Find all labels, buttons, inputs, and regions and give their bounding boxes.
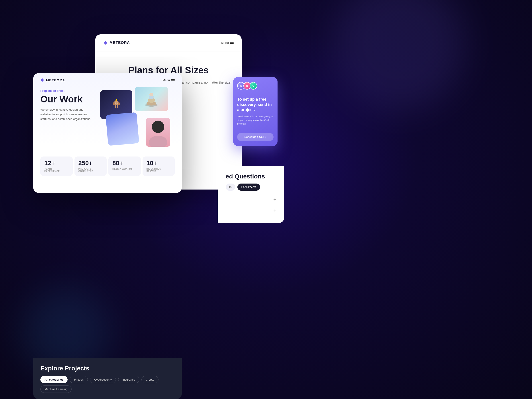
svg-marker-1 bbox=[41, 78, 44, 82]
back-menu-icon bbox=[230, 42, 234, 44]
menu-line-b bbox=[171, 81, 175, 81]
image-blue-card bbox=[106, 112, 139, 146]
faq-item-1: + bbox=[226, 194, 276, 205]
avatar-3: C bbox=[250, 82, 257, 89]
schedule-call-label: Schedule a Call bbox=[245, 135, 264, 139]
faq-tab-clients[interactable]: ts bbox=[226, 184, 235, 191]
discovery-card: A B C To set up a free discovery, send i… bbox=[233, 77, 278, 146]
svg-point-16 bbox=[152, 120, 164, 133]
our-work-title: Our Work bbox=[40, 94, 94, 104]
discovery-avatars: A B C bbox=[237, 82, 273, 89]
front-left: Projects on Track! Our Work We employ in… bbox=[40, 87, 94, 149]
stat-industries-label: Industries Served bbox=[146, 168, 171, 172]
arrow-icon: › bbox=[265, 135, 266, 139]
explore-section: Explore Projects All categories Fintech … bbox=[33, 358, 182, 399]
front-menu-label: Menu bbox=[163, 78, 170, 82]
svg-point-17 bbox=[149, 136, 167, 147]
tag-machine-learning[interactable]: Machine Learning bbox=[40, 386, 72, 393]
stat-experience: 12+ Years Experience bbox=[40, 157, 73, 176]
stat-industries: 10+ Industries Served bbox=[143, 157, 175, 176]
discovery-content: To set up a free discovery, send in a pr… bbox=[237, 97, 273, 126]
svg-rect-3 bbox=[113, 102, 115, 105]
blob-purple bbox=[332, 0, 466, 111]
front-logo-icon bbox=[40, 78, 44, 82]
svg-point-15 bbox=[149, 93, 153, 96]
image-stones bbox=[135, 87, 168, 111]
back-logo: METEORA bbox=[103, 41, 130, 45]
faq-title: ed Questions bbox=[226, 173, 276, 180]
tag-all[interactable]: All categories bbox=[40, 376, 68, 383]
faq-item-2-toggle[interactable]: + bbox=[273, 208, 276, 214]
svg-point-10 bbox=[116, 100, 117, 101]
front-card-header: METEORA Menu bbox=[33, 73, 182, 87]
svg-point-7 bbox=[115, 103, 116, 104]
stat-projects-label: Projects Completed bbox=[78, 168, 103, 172]
stones-svg bbox=[143, 91, 160, 107]
front-logo-text: METEORA bbox=[46, 78, 65, 82]
back-logo-text: METEORA bbox=[109, 41, 130, 45]
front-card-body: Projects on Track! Our Work We employ in… bbox=[33, 87, 182, 153]
category-tags: All categories Fintech Cybersecurity Ins… bbox=[40, 376, 175, 393]
svg-marker-0 bbox=[104, 41, 108, 45]
stat-industries-number: 10+ bbox=[146, 160, 171, 166]
front-images bbox=[98, 87, 175, 149]
svg-point-8 bbox=[117, 103, 118, 104]
discovery-subtitle: Join forces with us on ongoing, a single… bbox=[237, 115, 273, 126]
front-logo: METEORA bbox=[40, 78, 65, 82]
stat-projects-number: 250+ bbox=[78, 160, 103, 166]
schedule-call-button[interactable]: Schedule a Call › bbox=[237, 133, 273, 141]
tag-cybersecurity[interactable]: Cybersecurity bbox=[90, 376, 116, 383]
tag-fintech[interactable]: Fintech bbox=[70, 376, 88, 383]
front-menu[interactable]: Menu bbox=[163, 78, 175, 82]
faq-item-2: + bbox=[226, 205, 276, 216]
stats-row: 12+ Years Experience 250+ Projects Compl… bbox=[33, 153, 182, 180]
faq-tabs: ts For Experts bbox=[226, 184, 276, 191]
stat-awards: 80+ Design Awards bbox=[108, 157, 141, 176]
faq-items: + + bbox=[226, 194, 276, 216]
back-logo-icon bbox=[103, 41, 108, 45]
menu-line-1 bbox=[230, 42, 234, 43]
faq-item-1-toggle[interactable]: + bbox=[273, 197, 276, 202]
front-menu-icon bbox=[171, 79, 175, 81]
back-card-header: METEORA Menu bbox=[95, 34, 242, 51]
discovery-title: To set up a free discovery, send in a pr… bbox=[237, 97, 273, 112]
stat-awards-label: Design Awards bbox=[112, 168, 137, 170]
faq-tab-experts[interactable]: For Experts bbox=[237, 184, 260, 191]
robot-svg bbox=[110, 98, 123, 111]
svg-rect-6 bbox=[117, 105, 118, 108]
explore-title: Explore Projects bbox=[40, 365, 175, 372]
stat-experience-label: Years Experience bbox=[44, 168, 69, 172]
faq-section: ed Questions ts For Experts + + bbox=[218, 166, 284, 223]
back-menu[interactable]: Menu bbox=[221, 41, 234, 44]
menu-line-a bbox=[171, 79, 175, 80]
front-card: METEORA Menu Projects on Track! Our Work… bbox=[33, 73, 182, 193]
svg-rect-4 bbox=[118, 102, 120, 105]
tag-insurance[interactable]: Insurance bbox=[118, 376, 139, 383]
projects-badge: Projects on Track! bbox=[40, 89, 94, 92]
stat-experience-number: 12+ bbox=[44, 160, 69, 166]
menu-line-2 bbox=[230, 43, 234, 44]
image-person bbox=[146, 118, 170, 147]
stat-awards-number: 80+ bbox=[112, 160, 137, 166]
person-svg bbox=[146, 118, 170, 147]
our-work-description: We employ innovative design and websites… bbox=[40, 108, 94, 121]
back-menu-label: Menu bbox=[221, 41, 229, 44]
svg-rect-5 bbox=[115, 105, 116, 108]
tag-crypto[interactable]: Crypto bbox=[141, 376, 158, 383]
stat-projects: 250+ Projects Completed bbox=[75, 157, 107, 176]
